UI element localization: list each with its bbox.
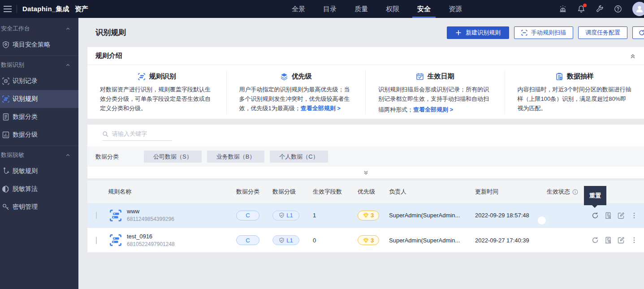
table-row[interactable]: www 6811249854399296 C L1 1 3 SuperAdmin… xyxy=(87,203,644,228)
sidebar-divider xyxy=(0,56,78,56)
topbar-actions xyxy=(559,0,644,18)
filter-tag-company-data[interactable]: 公司数据（S） xyxy=(144,151,202,163)
manual-scan-button[interactable]: 手动规则扫描 xyxy=(514,26,573,39)
sidebar-item-masking-algorithms[interactable]: 脱敏算法 xyxy=(0,180,78,198)
brand-name: Dataphin_集成 xyxy=(22,5,69,13)
column-data-category: 数据分类 xyxy=(236,188,272,196)
column-data-level: 数据分级 xyxy=(272,188,313,196)
filter-tag-business-data[interactable]: 业务数据（B） xyxy=(207,151,265,163)
page-title: 识别规则 xyxy=(95,27,126,38)
hook-icon xyxy=(2,167,10,175)
plus-icon xyxy=(455,30,462,36)
sidebar-item-project-security-policy[interactable]: 项目安全策略 xyxy=(0,36,78,54)
search-input[interactable] xyxy=(112,130,168,137)
nav-overview[interactable]: 全景 xyxy=(290,0,307,18)
refresh-page-button[interactable] xyxy=(632,26,644,39)
reset-tooltip: 重置 xyxy=(584,186,606,205)
intro-card-effective-date: 生效日期 识别规则扫描后会形成识别记录；所有的识别记录都立即生效，支持手动扫描和… xyxy=(366,70,505,114)
table-header: 规则名称 数据分类 数据分级 生效字段数 优先级 负责人 更新时间 生效状态 xyxy=(87,181,644,203)
workspace-name[interactable]: 资产 xyxy=(75,5,88,13)
menu-icon[interactable] xyxy=(3,5,12,13)
scan-log-icon[interactable] xyxy=(605,237,612,244)
shield-check-icon xyxy=(279,212,285,218)
rule-name[interactable]: test_0916 xyxy=(127,233,236,241)
wrench-icon[interactable] xyxy=(596,5,604,13)
schedule-config-button[interactable]: 调度任务配置 xyxy=(578,26,627,39)
chevron-up-icon xyxy=(65,153,70,158)
search-row xyxy=(87,125,644,147)
sidebar-item-masking-rules[interactable]: 脱敏规则 xyxy=(0,162,78,180)
more-icon[interactable] xyxy=(631,237,638,244)
scan-rule-icon xyxy=(109,209,122,222)
topbar-divider xyxy=(17,5,17,13)
intro-card-data-sampling: 数据抽样 内容扫描时，对近3个时间分区的数据进行抽样（上限100条）识别，满足度… xyxy=(505,70,644,114)
sidebar-item-data-level[interactable]: 数据分级 xyxy=(0,126,78,144)
topbar: Dataphin_集成 资产 全景 目录 质量 权限 安全 资源 xyxy=(0,0,644,18)
double-chevron-down-icon[interactable] xyxy=(363,170,369,176)
page-header: 识别规则 新建识别规则 手动规则扫描 调度任务配置 xyxy=(78,18,644,47)
table-row[interactable]: test_0916 6810522497901248 C L1 0 3 Supe… xyxy=(87,228,644,252)
more-icon[interactable] xyxy=(631,212,638,219)
priority-badge: 3 xyxy=(358,235,379,245)
gem-icon xyxy=(363,237,369,243)
column-effective-fields: 生效字段数 xyxy=(313,188,358,196)
intro-card-rule-recognition: 规则识别 对数据资产进行识别，规则覆盖字段默认生效分类分级，可单条字段设定是否生… xyxy=(87,70,227,114)
double-chevron-up-icon[interactable] xyxy=(630,53,636,59)
chart-level-icon xyxy=(2,131,10,139)
nav-catalog[interactable]: 目录 xyxy=(322,0,338,18)
sidebar-item-recognition-rules[interactable]: 识别规则 xyxy=(0,90,78,108)
shield-gear-icon xyxy=(2,41,10,49)
sidebar-section-data-recognition[interactable]: 数据识别 xyxy=(0,58,78,72)
main-content: 识别规则 新建识别规则 手动规则扫描 调度任务配置 规则介绍 xyxy=(78,18,644,289)
owner: SuperAdmin(SuperAdmin... xyxy=(389,237,475,244)
sidebar-item-key-management[interactable]: 密钥管理 xyxy=(0,198,78,216)
nav-resource[interactable]: 资源 xyxy=(447,0,463,18)
create-rule-button[interactable]: 新建识别规则 xyxy=(447,26,509,39)
reset-icon[interactable] xyxy=(592,212,599,219)
row-checkbox[interactable] xyxy=(96,211,97,219)
avatar[interactable] xyxy=(632,2,644,16)
edit-icon[interactable] xyxy=(618,237,625,244)
half-circle-icon xyxy=(2,185,10,193)
column-owner: 负责人 xyxy=(389,188,475,196)
bell-icon[interactable] xyxy=(577,5,585,13)
reset-icon[interactable] xyxy=(592,237,599,244)
expand-filters-row xyxy=(87,167,644,178)
nav-quality[interactable]: 质量 xyxy=(353,0,369,18)
priority-layers-icon xyxy=(280,73,288,81)
sidebar-item-recognition-records[interactable]: 识别记录 xyxy=(0,72,78,90)
sidebar-section-security-workbench[interactable]: 安全工作台 xyxy=(0,22,78,36)
edit-icon[interactable] xyxy=(618,212,625,219)
intro-card-priority: 优先级 用户手动指定的识别规则为最高优先级；当多个识别规则发生冲突时，优先级较高… xyxy=(227,70,366,114)
category-badge: C xyxy=(236,211,259,220)
view-all-rules-link[interactable]: 查看全部规则 > xyxy=(301,105,341,112)
filter-tag-personal-data[interactable]: 个人数据（C） xyxy=(270,151,328,163)
sidebar-divider xyxy=(0,146,78,146)
nav-security[interactable]: 安全 xyxy=(416,0,432,18)
effective-fields-count: 0 xyxy=(313,237,358,244)
header-buttons: 新建识别规则 手动规则扫描 调度任务配置 xyxy=(447,26,644,39)
category-badge: C xyxy=(236,235,259,245)
column-priority: 优先级 xyxy=(358,188,389,196)
owner: SuperAdmin(SuperAdmin... xyxy=(389,212,475,219)
updated-time: 2022-09-27 17:40:39 xyxy=(475,237,547,244)
sidebar-item-data-category[interactable]: 数据分类 xyxy=(0,108,78,126)
sidebar-section-data-masking[interactable]: 数据脱敏 xyxy=(0,148,78,162)
help-icon[interactable] xyxy=(614,5,622,13)
filter-card: 数据分类 公司数据（S） 业务数据（B） 个人数据（C） xyxy=(87,125,644,178)
key-icon xyxy=(2,203,10,211)
row-checkbox[interactable] xyxy=(96,237,97,244)
rule-name[interactable]: www xyxy=(127,207,236,216)
rule-id: 6811249854399296 xyxy=(127,216,236,223)
alarm-icon[interactable] xyxy=(559,5,567,13)
info-icon[interactable] xyxy=(572,189,578,195)
refresh-icon xyxy=(639,30,644,36)
view-all-rules-link[interactable]: 查看全部规则 > xyxy=(413,105,453,114)
category-filter-row: 数据分类 公司数据（S） 业务数据（B） 个人数据（C） xyxy=(87,147,644,167)
search-box xyxy=(102,130,172,141)
scan-log-icon[interactable] xyxy=(605,212,612,219)
priority-badge: 3 xyxy=(358,211,379,220)
rules-table: 规则名称 数据分类 数据分级 生效字段数 优先级 负责人 更新时间 生效状态 w… xyxy=(87,181,644,252)
top-nav: 全景 目录 质量 权限 安全 资源 xyxy=(290,0,463,18)
nav-permission[interactable]: 权限 xyxy=(385,0,401,18)
